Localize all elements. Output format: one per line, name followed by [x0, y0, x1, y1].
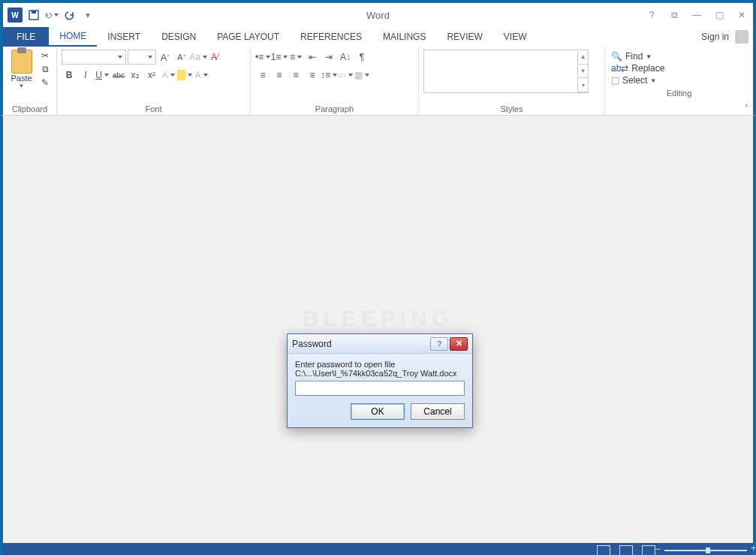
clipboard-group-label: Clipboard	[8, 103, 52, 113]
gallery-down-icon[interactable]: ▼	[578, 65, 588, 79]
align-center-icon[interactable]: ≡	[272, 68, 287, 83]
tab-page-layout[interactable]: PAGE LAYOUT	[206, 27, 290, 47]
redo-icon[interactable]	[63, 8, 77, 22]
password-dialog: Password ? ✕ Enter password to open file…	[287, 333, 473, 428]
copy-icon[interactable]: ⧉	[38, 63, 52, 75]
ribbon-display-icon[interactable]: ⧉	[667, 8, 681, 22]
svg-rect-1	[32, 11, 36, 14]
font-color-icon[interactable]: A	[194, 68, 209, 83]
highlight-icon[interactable]	[177, 68, 192, 83]
save-icon[interactable]	[27, 8, 41, 22]
close-button[interactable]: ✕	[735, 8, 748, 22]
gallery-more-icon[interactable]: ▾	[578, 78, 588, 92]
dialog-title: Password	[292, 339, 332, 349]
zoom-slider[interactable]	[664, 550, 747, 551]
align-right-icon[interactable]: ≡	[288, 68, 303, 83]
bold-button[interactable]: B	[62, 68, 77, 83]
paragraph-group-label: Paragraph	[255, 103, 414, 113]
line-spacing-icon[interactable]: ↕≡	[321, 68, 336, 83]
italic-button[interactable]: I	[78, 68, 93, 83]
shrink-font-icon[interactable]: A˅	[174, 50, 189, 65]
tab-review[interactable]: REVIEW	[436, 27, 492, 47]
maximize-button[interactable]: ▢	[712, 8, 726, 22]
paste-button[interactable]: Paste ▼	[8, 50, 35, 89]
align-left-icon[interactable]: ≡	[255, 68, 270, 83]
cancel-button[interactable]: Cancel	[411, 403, 465, 420]
user-avatar-icon[interactable]	[735, 30, 748, 44]
multilevel-list-icon[interactable]: ≡	[288, 50, 303, 65]
change-case-icon[interactable]: Aa	[191, 50, 206, 65]
window-title: Word	[366, 10, 390, 21]
show-marks-icon[interactable]: ¶	[354, 50, 369, 65]
tab-home[interactable]: HOME	[49, 27, 97, 47]
paste-label: Paste	[11, 74, 32, 83]
undo-icon[interactable]	[45, 8, 59, 22]
tab-references[interactable]: REFERENCES	[290, 27, 372, 47]
cut-icon[interactable]: ✂	[38, 50, 52, 62]
find-icon: 🔍	[611, 51, 622, 62]
file-tab[interactable]: FILE	[3, 27, 49, 47]
editing-group-label: Editing	[610, 87, 748, 98]
borders-icon[interactable]: ▦	[354, 68, 369, 83]
grow-font-icon[interactable]: A˄	[158, 50, 173, 65]
styles-group-label: Styles	[423, 103, 600, 113]
font-size-combo[interactable]	[128, 50, 156, 65]
shading-icon[interactable]: ▭	[338, 68, 353, 83]
justify-icon[interactable]: ≡	[305, 68, 320, 83]
underline-button[interactable]: U	[95, 68, 110, 83]
zoom-thumb[interactable]	[706, 547, 710, 553]
password-input[interactable]	[295, 381, 465, 396]
word-app-icon: W	[8, 8, 23, 23]
superscript-button[interactable]: x²	[144, 68, 159, 83]
ok-button[interactable]: OK	[351, 403, 405, 420]
dialog-help-button[interactable]: ?	[430, 337, 448, 351]
web-layout-icon[interactable]	[642, 545, 655, 555]
find-button[interactable]: 🔍Find▼	[611, 51, 747, 62]
decrease-indent-icon[interactable]: ⇤	[305, 50, 320, 65]
print-layout-icon[interactable]	[619, 545, 633, 555]
text-effects-icon[interactable]: A	[161, 68, 176, 83]
minimize-button[interactable]: —	[690, 8, 703, 22]
tab-view[interactable]: VIEW	[493, 27, 538, 47]
replace-icon: ab⇄	[611, 63, 628, 74]
font-name-combo[interactable]	[62, 50, 126, 65]
select-button[interactable]: ⬚Select▼	[611, 75, 747, 86]
clear-formatting-icon[interactable]: A⁄	[207, 50, 222, 65]
qat-customize-icon[interactable]: ▾	[81, 8, 95, 22]
numbering-icon[interactable]: 1≡	[272, 50, 287, 65]
gallery-up-icon[interactable]: ▲	[578, 50, 588, 65]
styles-gallery[interactable]: ▲ ▼ ▾	[423, 50, 589, 93]
font-group-label: Font	[62, 103, 245, 113]
tab-design[interactable]: DESIGN	[151, 27, 206, 47]
format-painter-icon[interactable]: ✎	[38, 77, 52, 89]
tab-mailings[interactable]: MAILINGS	[372, 27, 436, 47]
collapse-ribbon-icon[interactable]: ˄	[745, 104, 748, 112]
read-mode-icon[interactable]	[597, 545, 610, 555]
sort-icon[interactable]: A↓	[338, 50, 353, 65]
signin-link[interactable]: Sign in	[701, 32, 729, 42]
replace-button[interactable]: ab⇄Replace	[611, 63, 747, 74]
increase-indent-icon[interactable]: ⇥	[321, 50, 336, 65]
dialog-close-button[interactable]: ✕	[450, 337, 468, 351]
bullets-icon[interactable]: •≡	[255, 50, 270, 65]
subscript-button[interactable]: x₂	[128, 68, 143, 83]
clipboard-icon	[11, 50, 32, 74]
dialog-message-line2: C:\...\User\l_%74kk03ca52q_Troy Watt.doc…	[295, 369, 465, 378]
select-icon: ⬚	[611, 75, 619, 86]
help-icon[interactable]: ?	[645, 8, 658, 22]
dialog-message-line1: Enter password to open file	[295, 360, 465, 369]
strikethrough-button[interactable]: abc	[111, 68, 126, 83]
tab-insert[interactable]: INSERT	[97, 27, 151, 47]
